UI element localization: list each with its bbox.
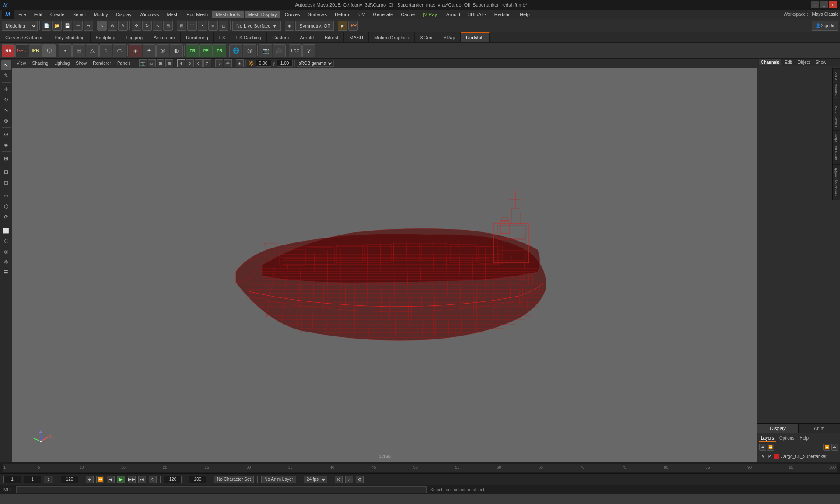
close-button[interactable]: ✕ bbox=[829, 1, 836, 8]
shelf-cube-icon[interactable]: ▪ bbox=[59, 44, 72, 57]
menu-arnold[interactable]: Arnold bbox=[443, 11, 464, 18]
playback-end-input[interactable] bbox=[61, 476, 78, 483]
fit-selected-button[interactable]: ⊟ bbox=[165, 60, 173, 67]
menu-modify[interactable]: Modify bbox=[90, 11, 111, 18]
view-menu-panels[interactable]: Panels bbox=[115, 60, 133, 66]
snap-view-button[interactable]: ◈ bbox=[208, 21, 218, 31]
soft-mod-button[interactable]: ⊙ bbox=[1, 130, 11, 139]
shelf-light2-icon[interactable]: ◎ bbox=[156, 44, 169, 57]
options-sub-tab[interactable]: Options bbox=[777, 435, 796, 442]
menu-surfaces[interactable]: Surfaces bbox=[304, 11, 330, 18]
shelf-pr3-icon[interactable]: PR bbox=[213, 44, 226, 57]
prev-frame-button[interactable]: ◀ bbox=[107, 476, 115, 483]
menu-3dtoall[interactable]: 3DtoAll~ bbox=[465, 11, 490, 18]
tab-animation[interactable]: Animation bbox=[148, 32, 181, 42]
view-menu-lighting[interactable]: Lighting bbox=[52, 60, 72, 66]
layer-color-swatch[interactable] bbox=[774, 454, 779, 459]
connect-button[interactable]: ⬡ bbox=[1, 202, 11, 211]
anim-range-end-input[interactable] bbox=[189, 476, 206, 483]
tab-arnold[interactable]: Arnold bbox=[294, 32, 319, 42]
timeline-bar[interactable]: 1 5 10 15 20 25 30 35 40 45 50 55 60 65 … bbox=[3, 464, 837, 472]
snap-grid-button[interactable]: ⊞ bbox=[177, 21, 186, 31]
symmetry-button[interactable]: Symmetry: Off bbox=[295, 21, 334, 31]
menu-mesh-tools[interactable]: Mesh Tools bbox=[212, 11, 243, 18]
layer-editor-tab[interactable]: Layer Editor bbox=[833, 102, 840, 131]
menu-edit[interactable]: Edit bbox=[31, 11, 46, 18]
menu-select[interactable]: Select bbox=[69, 11, 90, 18]
shelf-light1-icon[interactable]: ☀ bbox=[143, 44, 156, 57]
shelf-help-icon[interactable]: ? bbox=[302, 44, 315, 57]
paint-select-button[interactable]: ✎ bbox=[118, 21, 128, 31]
current-frame-input[interactable] bbox=[24, 476, 41, 483]
tab-rigging[interactable]: Rigging bbox=[121, 32, 148, 42]
selection-mask-button[interactable]: ⬡ bbox=[1, 236, 11, 246]
step-back-button[interactable]: ⏪ bbox=[96, 476, 104, 483]
timeline[interactable]: 1 5 10 15 20 25 30 35 40 45 50 55 60 65 … bbox=[0, 462, 840, 473]
rotate-tool-button[interactable]: ↻ bbox=[142, 21, 152, 31]
move-lt-button[interactable]: ✛ bbox=[1, 84, 11, 94]
layer-row[interactable]: V P Cargo_Oil_Supertanker bbox=[759, 452, 838, 460]
help-sub-tab[interactable]: Help bbox=[798, 435, 810, 442]
auto-key-button[interactable]: K bbox=[335, 476, 343, 483]
menu-curves[interactable]: Curves bbox=[281, 11, 304, 18]
menu-deform[interactable]: Deform bbox=[331, 11, 354, 18]
maximize-button[interactable]: □ bbox=[820, 1, 828, 8]
wireframe-button[interactable]: 4 bbox=[177, 60, 185, 67]
lasso-select-button[interactable]: ⊙ bbox=[108, 21, 117, 31]
display-home-button[interactable]: ⌂ bbox=[148, 60, 156, 67]
shelf-grid-icon[interactable]: ⊞ bbox=[72, 44, 85, 57]
color-space-dropdown[interactable]: sRGB gamma bbox=[297, 60, 334, 67]
move-tool-button[interactable]: ✛ bbox=[132, 21, 141, 31]
menu-help[interactable]: Help bbox=[516, 11, 533, 18]
menu-mesh-display[interactable]: Mesh Display bbox=[245, 11, 280, 18]
go-end-button[interactable]: ⏭ bbox=[138, 476, 146, 483]
relax-button[interactable]: ⟳ bbox=[1, 212, 11, 222]
list-button[interactable]: ☰ bbox=[1, 268, 11, 277]
channels-tab[interactable]: Channels bbox=[759, 60, 781, 65]
save-file-button[interactable]: 💾 bbox=[63, 21, 72, 31]
menu-edit-mesh[interactable]: Edit Mesh bbox=[183, 11, 211, 18]
character-set-button[interactable]: No Character Set bbox=[214, 476, 254, 483]
multi-cut-button[interactable]: ✂ bbox=[1, 191, 11, 201]
go-start-button[interactable]: ⏮ bbox=[86, 476, 94, 483]
render-region-button[interactable]: ◻ bbox=[1, 178, 11, 187]
play-button[interactable]: ▶ bbox=[117, 476, 125, 483]
mode-dropdown[interactable]: Modeling Rigging Animation FX Rendering … bbox=[2, 21, 38, 31]
ipr-render-button[interactable]: IPR bbox=[348, 21, 358, 31]
select-tool-lt-button[interactable]: ↖ bbox=[1, 60, 11, 70]
anim-layer-button[interactable]: No Anim Layer bbox=[261, 476, 296, 483]
tab-xgen[interactable]: XGen bbox=[415, 32, 438, 42]
view-cube-button[interactable]: ⬜ bbox=[1, 226, 11, 235]
sign-in-button[interactable]: 👤 Sign In bbox=[812, 21, 838, 31]
shelf-pr2-icon[interactable]: PR bbox=[200, 44, 213, 57]
anim-start-input[interactable] bbox=[4, 476, 21, 483]
isolate-button[interactable]: ◈ bbox=[236, 60, 244, 67]
show-manip-button[interactable]: ⊞ bbox=[1, 154, 11, 163]
layer-v-toggle[interactable]: V bbox=[761, 454, 766, 459]
gamma-input[interactable] bbox=[277, 60, 293, 67]
shaded-button[interactable]: 5 bbox=[186, 60, 194, 67]
menu-file[interactable]: File bbox=[15, 11, 30, 18]
render-frame-button[interactable]: ▶ bbox=[338, 21, 347, 31]
new-file-button[interactable]: 📄 bbox=[42, 21, 51, 31]
transform-tool-button[interactable]: ⊞ bbox=[163, 21, 173, 31]
view-menu-renderer[interactable]: Renderer bbox=[90, 60, 114, 66]
menu-display[interactable]: Display bbox=[112, 11, 135, 18]
scale-tool-button[interactable]: ⤡ bbox=[153, 21, 162, 31]
tab-fx-caching[interactable]: FX Caching bbox=[231, 32, 267, 42]
tab-poly-modeling[interactable]: Poly Modeling bbox=[49, 32, 90, 42]
anim-end-input[interactable] bbox=[164, 476, 182, 483]
shelf-pr1-icon[interactable]: PR bbox=[186, 44, 199, 57]
channel-editor-tab[interactable]: Channel Editor bbox=[833, 68, 840, 102]
redo-button[interactable]: ↪ bbox=[84, 21, 93, 31]
shadow-button[interactable]: ☽ bbox=[215, 60, 223, 67]
menu-uv[interactable]: UV bbox=[355, 11, 368, 18]
select-tool-button[interactable]: ↖ bbox=[97, 21, 107, 31]
shelf-cam1-icon[interactable]: 📷 bbox=[259, 44, 272, 57]
tab-bifrost[interactable]: Bifrost bbox=[319, 32, 344, 42]
menu-windows[interactable]: Windows bbox=[136, 11, 163, 18]
menu-vray[interactable]: [V-Ray] bbox=[419, 11, 442, 18]
layers-sub-tab[interactable]: Layers bbox=[759, 435, 776, 442]
playback-settings-button[interactable]: ⚙ bbox=[356, 476, 364, 483]
shelf-pyramid-icon[interactable]: △ bbox=[86, 44, 99, 57]
